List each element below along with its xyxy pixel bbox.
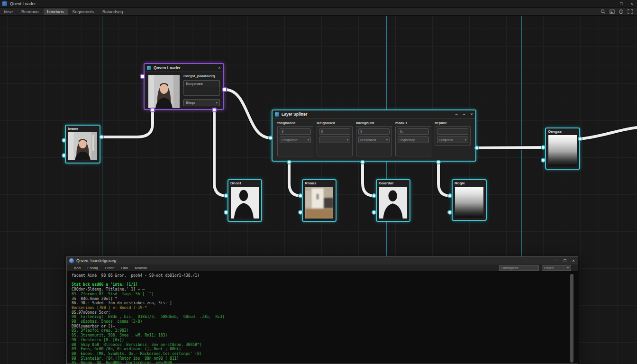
column-dropdown[interactable]: Cengocend ▾: [280, 136, 311, 143]
console-menubar: Kon Esong Eroce Bba Mouxin Omstgacns Rna…: [67, 264, 578, 272]
console-line: 08 Eooos. [M8, Svadbts. Ux.- Rackoroos.t…: [72, 352, 568, 356]
console-menu-item[interactable]: Esong: [84, 266, 101, 270]
node-title: Qnven Loader: [154, 65, 181, 70]
console-minimize-button[interactable]: –: [552, 257, 561, 264]
console-output[interactable]: facemt Aimé 90 66 &ror. pooh4 - S8-oot d…: [67, 272, 578, 364]
console-line: facemt Aimé 90 66 &ror. pooh4 - S8-oot d…: [72, 273, 568, 278]
node-oevgae[interactable]: Oevgae: [545, 127, 580, 170]
dropdown-value: Rnaes: [544, 266, 554, 270]
window-title: Qnevt Loader: [10, 1, 36, 6]
console-close-button[interactable]: ×: [569, 257, 578, 264]
node-restore-button[interactable]: –: [460, 110, 468, 118]
dropdown-value: Beegnaoed: [360, 138, 376, 142]
node-qnven-loader[interactable]: Qnven Loader – × Corgot_paaatalerg Eovyo…: [144, 63, 224, 110]
chevron-down-icon: ▾: [567, 266, 569, 270]
menu-item[interactable]: Bataodseg: [99, 9, 127, 15]
depth-gradient-image: [548, 135, 577, 166]
node-minimize-button[interactable]: –: [453, 110, 460, 118]
portrait-image: [68, 132, 97, 160]
console-line: 86. 30.: Saded fon do ocstiabes zua, 3is…: [72, 301, 568, 306]
console-scrollbar[interactable]: [570, 274, 573, 363]
column-dropdown[interactable]: Beegnaoed ▾: [358, 136, 390, 143]
menu-item[interactable]: Beortaon: [18, 9, 43, 15]
console-dropdown[interactable]: Rnaes ▾: [542, 265, 571, 271]
column-box: Cergicaen ▾: [435, 126, 471, 146]
column-dropdown[interactable]: ▾: [319, 136, 350, 143]
depth-gradient-image: [455, 187, 483, 218]
node-minimize-button[interactable]: –: [208, 64, 216, 72]
node-title: Dnoet: [228, 180, 261, 186]
paint-icon[interactable]: [618, 9, 624, 15]
console-menu-item[interactable]: Mouxin: [131, 266, 150, 270]
console-menu-item[interactable]: Eroce: [101, 266, 118, 270]
mask-image: [379, 187, 407, 218]
menu-item[interactable]: beortaos: [44, 9, 68, 15]
node-title: Goordar: [377, 180, 410, 186]
splitter-column: baclignurd S Beegnaoed ▾: [356, 121, 392, 158]
dropdown-value: Bteqo: [186, 100, 195, 105]
column-label: fongnaoed: [277, 121, 313, 126]
menu-bar: btise Beortaon beortaos Segmeonts Bataod…: [0, 8, 637, 16]
column-label: maak 1: [395, 121, 431, 126]
expand-icon[interactable]: [627, 9, 633, 15]
node-title: Rogie: [453, 180, 486, 186]
column-field[interactable]: [437, 128, 468, 135]
console-line: D90lsumerber or [)–: [72, 324, 568, 329]
chevron-down-icon: ▾: [216, 101, 218, 105]
column-dropdown[interactable]: Cergicaen ▾: [437, 136, 468, 143]
console-title: Qnven: fooedetgraceg: [76, 258, 116, 263]
menu-item[interactable]: Segmeonts: [69, 9, 98, 15]
console-menu-item[interactable]: Kon: [71, 266, 84, 270]
console-line: 98 s6aohaz. 5noos conms (3-0): [72, 319, 568, 324]
node-title: Oevgae: [546, 128, 579, 134]
node-rogie[interactable]: Rogie: [452, 179, 487, 221]
menu-item[interactable]: btise: [0, 9, 17, 15]
node-icon: [275, 112, 279, 117]
search-icon[interactable]: [600, 9, 606, 15]
minimize-button[interactable]: –: [606, 0, 616, 8]
column-box: S Beegnaoed ▾: [356, 126, 392, 156]
param-empty-field[interactable]: [183, 87, 220, 96]
param-dropdown[interactable]: Bteqo ▾: [183, 99, 220, 106]
close-button[interactable]: ×: [627, 0, 637, 8]
maximize-button[interactable]: □: [616, 0, 627, 8]
console-line: C00dor-Sldeng, Titlaine,' 1] – –: [72, 287, 568, 292]
node-layer-splitter[interactable]: Layer Splitter – – × fongnaoed S Cengoce…: [272, 109, 476, 162]
console-window[interactable]: Qnven: fooedetgraceg – □ × Kon Esong Ero…: [66, 256, 578, 364]
node-titlebar[interactable]: Layer Splitter – – ×: [273, 110, 475, 118]
console-menu-items: Kon Esong Eroce Bba Mouxin: [71, 266, 150, 270]
console-line: 3S 846.Amme 20ul] *: [72, 297, 568, 301]
background-image: [305, 187, 333, 218]
node-title: Iwane: [66, 126, 100, 131]
console-titlebar[interactable]: Qnven: fooedetgraceg – □ ×: [67, 257, 578, 264]
console-line: 0S. 3tsnomurit, 506, Smee , wM. Ro11; 18…: [72, 333, 568, 338]
column-field[interactable]: S: [358, 128, 390, 135]
chevron-down-icon: ▾: [347, 138, 348, 142]
column-field[interactable]: S: [319, 128, 350, 135]
window-titlebar: Qnevt Loader – □ ×: [0, 0, 637, 8]
splitter-column: lacignaoed S ▾: [317, 121, 353, 158]
column-box: So Segittemap: [395, 126, 431, 156]
node-goordar[interactable]: Goordar: [376, 179, 410, 222]
param-input[interactable]: Eovyoruee: [183, 80, 220, 87]
column-label: depline: [435, 121, 471, 126]
node-dnoet[interactable]: Dnoet: [228, 179, 262, 222]
column-field[interactable]: S: [280, 128, 311, 135]
image-icon[interactable]: [609, 9, 615, 15]
column-field[interactable]: So: [398, 128, 429, 135]
node-iwane[interactable]: Iwane: [65, 125, 100, 164]
app-icon: [2, 1, 7, 6]
node-titlebar[interactable]: Qnven Loader – ×: [145, 64, 223, 72]
node-rnaos[interactable]: Rnaos: [302, 179, 337, 222]
console-menu-item[interactable]: Bba: [118, 266, 131, 270]
console-line: 0onserinos [700 ] e: Boosd 7-19-*: [72, 306, 568, 310]
dropdown-value: Segittemap: [400, 138, 415, 142]
node-close-button[interactable]: ×: [216, 64, 223, 72]
console-line: 0S.97o0onos 5oxr:: [72, 310, 568, 315]
chevron-down-icon: ▾: [386, 138, 388, 142]
console-filter-input[interactable]: Omstgacns: [499, 265, 539, 271]
console-maximize-button[interactable]: □: [561, 257, 569, 264]
node-close-button[interactable]: ×: [468, 110, 475, 118]
column-dropdown[interactable]: Segittemap: [398, 136, 429, 143]
portrait-image: [148, 75, 180, 108]
